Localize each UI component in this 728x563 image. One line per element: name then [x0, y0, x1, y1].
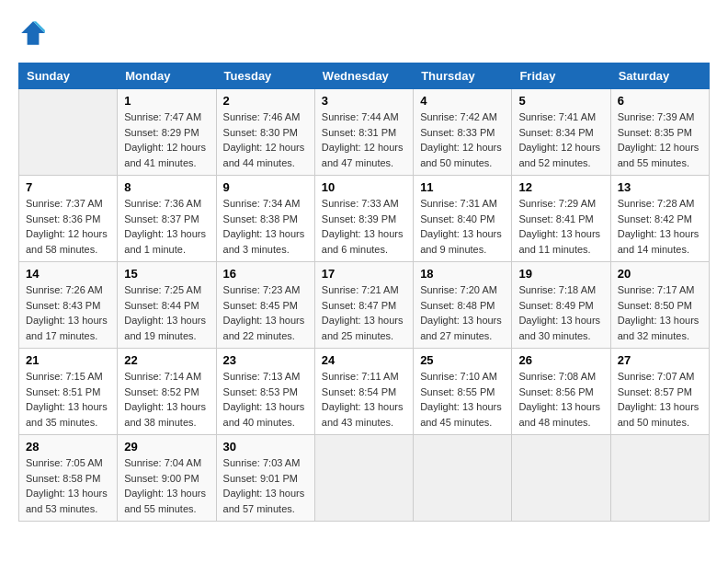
- calendar-cell: 9Sunrise: 7:34 AMSunset: 8:38 PMDaylight…: [216, 176, 314, 262]
- calendar-cell: 30Sunrise: 7:03 AMSunset: 9:01 PMDayligh…: [216, 435, 314, 522]
- day-number: 16: [223, 267, 308, 281]
- calendar-cell: 4Sunrise: 7:42 AMSunset: 8:33 PMDaylight…: [414, 89, 512, 176]
- day-info: Sunrise: 7:28 AMSunset: 8:42 PMDaylight:…: [618, 196, 702, 257]
- page-header: [18, 18, 710, 48]
- day-number: 28: [26, 440, 110, 454]
- day-number: 17: [322, 267, 406, 281]
- calendar-cell: 20Sunrise: 7:17 AMSunset: 8:50 PMDayligh…: [610, 262, 709, 349]
- day-info: Sunrise: 7:10 AMSunset: 8:55 PMDaylight:…: [420, 369, 505, 430]
- day-info: Sunrise: 7:47 AMSunset: 8:29 PMDaylight:…: [124, 109, 209, 170]
- calendar-week-row: 28Sunrise: 7:05 AMSunset: 8:58 PMDayligh…: [19, 435, 710, 522]
- calendar-cell: 1Sunrise: 7:47 AMSunset: 8:29 PMDaylight…: [118, 89, 216, 176]
- day-info: Sunrise: 7:36 AMSunset: 8:37 PMDaylight:…: [124, 196, 209, 257]
- day-number: 6: [618, 94, 702, 108]
- day-number: 19: [518, 267, 603, 281]
- day-info: Sunrise: 7:25 AMSunset: 8:44 PMDaylight:…: [124, 282, 209, 343]
- header-day: Friday: [512, 63, 610, 89]
- day-info: Sunrise: 7:21 AMSunset: 8:47 PMDaylight:…: [322, 282, 406, 343]
- calendar-week-row: 7Sunrise: 7:37 AMSunset: 8:36 PMDaylight…: [19, 176, 710, 262]
- calendar-cell: 28Sunrise: 7:05 AMSunset: 8:58 PMDayligh…: [19, 435, 118, 522]
- day-number: 26: [518, 353, 603, 367]
- header-day: Sunday: [19, 63, 118, 89]
- day-number: 25: [420, 353, 505, 367]
- calendar-week-row: 1Sunrise: 7:47 AMSunset: 8:29 PMDaylight…: [19, 89, 710, 176]
- calendar-body: 1Sunrise: 7:47 AMSunset: 8:29 PMDaylight…: [19, 89, 710, 522]
- day-number: 11: [420, 180, 505, 194]
- calendar-cell: 25Sunrise: 7:10 AMSunset: 8:55 PMDayligh…: [414, 349, 512, 435]
- calendar-cell: [512, 435, 610, 522]
- day-number: 15: [124, 267, 209, 281]
- calendar-cell: [414, 435, 512, 522]
- day-number: 9: [223, 180, 308, 194]
- calendar-cell: 23Sunrise: 7:13 AMSunset: 8:53 PMDayligh…: [216, 349, 314, 435]
- day-number: 30: [223, 440, 308, 454]
- calendar-cell: 26Sunrise: 7:08 AMSunset: 8:56 PMDayligh…: [512, 349, 610, 435]
- header-day: Monday: [118, 63, 216, 89]
- calendar-cell: 18Sunrise: 7:20 AMSunset: 8:48 PMDayligh…: [414, 262, 512, 349]
- day-number: 21: [26, 353, 110, 367]
- day-info: Sunrise: 7:23 AMSunset: 8:45 PMDaylight:…: [223, 282, 308, 343]
- calendar-cell: 17Sunrise: 7:21 AMSunset: 8:47 PMDayligh…: [314, 262, 413, 349]
- day-info: Sunrise: 7:04 AMSunset: 9:00 PMDaylight:…: [124, 455, 209, 516]
- calendar-cell: [19, 89, 118, 176]
- calendar-cell: 22Sunrise: 7:14 AMSunset: 8:52 PMDayligh…: [118, 349, 216, 435]
- svg-marker-0: [21, 21, 45, 45]
- day-info: Sunrise: 7:11 AMSunset: 8:54 PMDaylight:…: [322, 369, 406, 430]
- day-info: Sunrise: 7:46 AMSunset: 8:30 PMDaylight:…: [223, 109, 308, 170]
- calendar-cell: 3Sunrise: 7:44 AMSunset: 8:31 PMDaylight…: [314, 89, 413, 176]
- day-info: Sunrise: 7:07 AMSunset: 8:57 PMDaylight:…: [618, 369, 702, 430]
- calendar-header: SundayMondayTuesdayWednesdayThursdayFrid…: [19, 63, 710, 89]
- day-info: Sunrise: 7:20 AMSunset: 8:48 PMDaylight:…: [420, 282, 505, 343]
- calendar-cell: 19Sunrise: 7:18 AMSunset: 8:49 PMDayligh…: [512, 262, 610, 349]
- calendar-cell: 29Sunrise: 7:04 AMSunset: 9:00 PMDayligh…: [118, 435, 216, 522]
- day-number: 10: [322, 180, 406, 194]
- header-day: Wednesday: [314, 63, 413, 89]
- logo-icon: [18, 18, 48, 48]
- day-number: 12: [518, 180, 603, 194]
- day-info: Sunrise: 7:44 AMSunset: 8:31 PMDaylight:…: [322, 109, 406, 170]
- calendar-cell: [610, 435, 709, 522]
- day-number: 5: [518, 94, 603, 108]
- day-number: 1: [124, 94, 209, 108]
- header-day: Saturday: [610, 63, 709, 89]
- day-number: 4: [420, 94, 505, 108]
- calendar-cell: 14Sunrise: 7:26 AMSunset: 8:43 PMDayligh…: [19, 262, 118, 349]
- day-number: 14: [26, 267, 110, 281]
- day-number: 20: [618, 267, 702, 281]
- day-info: Sunrise: 7:13 AMSunset: 8:53 PMDaylight:…: [223, 369, 308, 430]
- day-number: 7: [26, 180, 110, 194]
- day-info: Sunrise: 7:08 AMSunset: 8:56 PMDaylight:…: [518, 369, 603, 430]
- calendar-cell: 6Sunrise: 7:39 AMSunset: 8:35 PMDaylight…: [610, 89, 709, 176]
- calendar-cell: 13Sunrise: 7:28 AMSunset: 8:42 PMDayligh…: [610, 176, 709, 262]
- day-info: Sunrise: 7:15 AMSunset: 8:51 PMDaylight:…: [26, 369, 110, 430]
- day-info: Sunrise: 7:18 AMSunset: 8:49 PMDaylight:…: [518, 282, 603, 343]
- day-info: Sunrise: 7:03 AMSunset: 9:01 PMDaylight:…: [223, 455, 308, 516]
- header-row: SundayMondayTuesdayWednesdayThursdayFrid…: [19, 63, 710, 89]
- header-day: Tuesday: [216, 63, 314, 89]
- day-number: 22: [124, 353, 209, 367]
- calendar-cell: 5Sunrise: 7:41 AMSunset: 8:34 PMDaylight…: [512, 89, 610, 176]
- calendar-cell: 16Sunrise: 7:23 AMSunset: 8:45 PMDayligh…: [216, 262, 314, 349]
- calendar-cell: 15Sunrise: 7:25 AMSunset: 8:44 PMDayligh…: [118, 262, 216, 349]
- logo: [18, 18, 51, 48]
- calendar-cell: 2Sunrise: 7:46 AMSunset: 8:30 PMDaylight…: [216, 89, 314, 176]
- day-info: Sunrise: 7:37 AMSunset: 8:36 PMDaylight:…: [26, 196, 110, 257]
- day-number: 8: [124, 180, 209, 194]
- calendar-cell: 10Sunrise: 7:33 AMSunset: 8:39 PMDayligh…: [314, 176, 413, 262]
- calendar-cell: 27Sunrise: 7:07 AMSunset: 8:57 PMDayligh…: [610, 349, 709, 435]
- day-number: 3: [322, 94, 406, 108]
- day-info: Sunrise: 7:39 AMSunset: 8:35 PMDaylight:…: [618, 109, 702, 170]
- day-number: 18: [420, 267, 505, 281]
- day-info: Sunrise: 7:31 AMSunset: 8:40 PMDaylight:…: [420, 196, 505, 257]
- day-info: Sunrise: 7:14 AMSunset: 8:52 PMDaylight:…: [124, 369, 209, 430]
- day-info: Sunrise: 7:42 AMSunset: 8:33 PMDaylight:…: [420, 109, 505, 170]
- calendar-week-row: 14Sunrise: 7:26 AMSunset: 8:43 PMDayligh…: [19, 262, 710, 349]
- calendar-week-row: 21Sunrise: 7:15 AMSunset: 8:51 PMDayligh…: [19, 349, 710, 435]
- day-number: 29: [124, 440, 209, 454]
- calendar-cell: 12Sunrise: 7:29 AMSunset: 8:41 PMDayligh…: [512, 176, 610, 262]
- calendar-table: SundayMondayTuesdayWednesdayThursdayFrid…: [18, 63, 710, 522]
- day-number: 13: [618, 180, 702, 194]
- calendar-cell: 24Sunrise: 7:11 AMSunset: 8:54 PMDayligh…: [314, 349, 413, 435]
- calendar-cell: 11Sunrise: 7:31 AMSunset: 8:40 PMDayligh…: [414, 176, 512, 262]
- day-info: Sunrise: 7:41 AMSunset: 8:34 PMDaylight:…: [518, 109, 603, 170]
